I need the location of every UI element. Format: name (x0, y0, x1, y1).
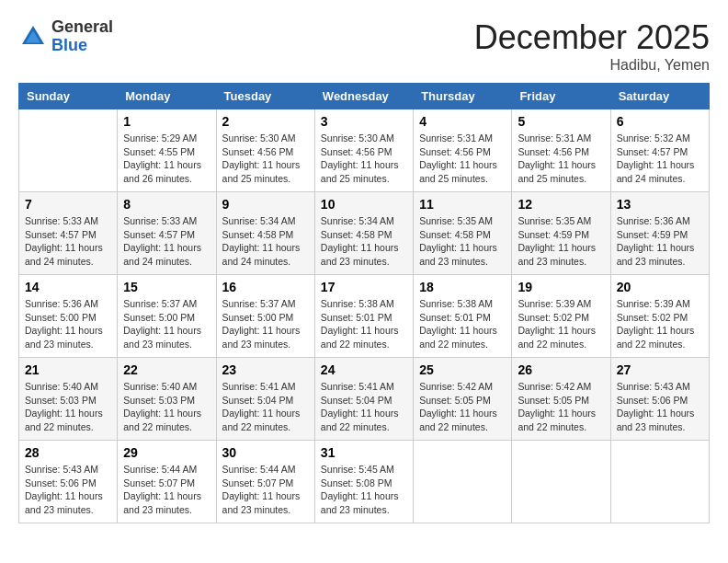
day-info: Sunrise: 5:31 AMSunset: 4:56 PMDaylight:… (518, 132, 604, 186)
col-friday: Friday (512, 84, 610, 109)
calendar-week-row: 14Sunrise: 5:36 AMSunset: 5:00 PMDayligh… (19, 275, 710, 358)
day-number: 30 (222, 445, 309, 460)
col-thursday: Thursday (414, 84, 512, 109)
day-info: Sunrise: 5:29 AMSunset: 4:55 PMDaylight:… (123, 132, 210, 186)
calendar-cell: 19Sunrise: 5:39 AMSunset: 5:02 PMDayligh… (512, 275, 610, 358)
calendar-cell: 25Sunrise: 5:42 AMSunset: 5:05 PMDayligh… (414, 358, 512, 441)
day-number: 20 (617, 280, 703, 294)
title-block: December 2025 Hadibu, Yemen (474, 18, 710, 74)
calendar-cell (19, 109, 118, 192)
day-info: Sunrise: 5:30 AMSunset: 4:56 PMDaylight:… (222, 132, 309, 186)
col-wednesday: Wednesday (314, 84, 413, 109)
day-number: 1 (123, 114, 210, 129)
logo: General Blue (18, 18, 113, 55)
day-info: Sunrise: 5:38 AMSunset: 5:01 PMDaylight:… (321, 297, 407, 351)
day-number: 14 (25, 280, 111, 294)
calendar-cell: 26Sunrise: 5:42 AMSunset: 5:05 PMDayligh… (512, 358, 610, 441)
day-info: Sunrise: 5:31 AMSunset: 4:56 PMDaylight:… (419, 132, 506, 186)
day-number: 10 (321, 197, 407, 212)
calendar-cell: 28Sunrise: 5:43 AMSunset: 5:06 PMDayligh… (19, 441, 118, 523)
day-info: Sunrise: 5:36 AMSunset: 5:00 PMDaylight:… (25, 297, 111, 351)
calendar-cell: 10Sunrise: 5:34 AMSunset: 4:58 PMDayligh… (314, 192, 413, 275)
day-number: 28 (25, 445, 111, 460)
day-number: 7 (25, 197, 111, 212)
day-number: 17 (321, 280, 407, 294)
calendar-cell: 6Sunrise: 5:32 AMSunset: 4:57 PMDaylight… (610, 109, 709, 192)
day-info: Sunrise: 5:32 AMSunset: 4:57 PMDaylight:… (617, 132, 703, 186)
day-info: Sunrise: 5:43 AMSunset: 5:06 PMDaylight:… (617, 380, 703, 434)
month-title: December 2025 (474, 18, 710, 57)
calendar-cell: 23Sunrise: 5:41 AMSunset: 5:04 PMDayligh… (216, 358, 314, 441)
day-info: Sunrise: 5:37 AMSunset: 5:00 PMDaylight:… (222, 297, 309, 351)
calendar-cell: 30Sunrise: 5:44 AMSunset: 5:07 PMDayligh… (216, 441, 314, 523)
calendar-cell: 27Sunrise: 5:43 AMSunset: 5:06 PMDayligh… (610, 358, 709, 441)
calendar-cell: 31Sunrise: 5:45 AMSunset: 5:08 PMDayligh… (314, 441, 413, 523)
day-info: Sunrise: 5:40 AMSunset: 5:03 PMDaylight:… (123, 380, 210, 434)
day-number: 9 (222, 197, 309, 212)
day-info: Sunrise: 5:37 AMSunset: 5:00 PMDaylight:… (123, 297, 210, 351)
day-info: Sunrise: 5:41 AMSunset: 5:04 PMDaylight:… (321, 380, 407, 434)
calendar-cell: 11Sunrise: 5:35 AMSunset: 4:58 PMDayligh… (414, 192, 512, 275)
page-container: General Blue December 2025 Hadibu, Yemen… (18, 18, 710, 523)
day-number: 11 (419, 197, 506, 212)
calendar-cell: 12Sunrise: 5:35 AMSunset: 4:59 PMDayligh… (512, 192, 610, 275)
day-info: Sunrise: 5:38 AMSunset: 5:01 PMDaylight:… (419, 297, 506, 351)
day-info: Sunrise: 5:39 AMSunset: 5:02 PMDaylight:… (617, 297, 703, 351)
day-number: 16 (222, 280, 309, 294)
day-info: Sunrise: 5:42 AMSunset: 5:05 PMDaylight:… (518, 380, 604, 434)
day-number: 18 (419, 280, 506, 294)
day-info: Sunrise: 5:36 AMSunset: 4:59 PMDaylight:… (617, 214, 703, 269)
calendar-cell: 22Sunrise: 5:40 AMSunset: 5:03 PMDayligh… (118, 358, 216, 441)
logo-blue-text: Blue (51, 36, 87, 54)
day-number: 5 (518, 114, 604, 129)
calendar-cell: 1Sunrise: 5:29 AMSunset: 4:55 PMDaylight… (118, 109, 216, 192)
calendar-cell: 24Sunrise: 5:41 AMSunset: 5:04 PMDayligh… (314, 358, 413, 441)
day-number: 22 (123, 362, 210, 377)
day-info: Sunrise: 5:30 AMSunset: 4:56 PMDaylight:… (321, 132, 407, 186)
header: General Blue December 2025 Hadibu, Yemen (18, 18, 710, 74)
day-number: 29 (123, 445, 210, 460)
calendar-cell: 29Sunrise: 5:44 AMSunset: 5:07 PMDayligh… (118, 441, 216, 523)
day-number: 31 (321, 445, 407, 460)
day-info: Sunrise: 5:44 AMSunset: 5:07 PMDaylight:… (222, 463, 309, 517)
calendar-cell: 20Sunrise: 5:39 AMSunset: 5:02 PMDayligh… (610, 275, 709, 358)
calendar-cell: 18Sunrise: 5:38 AMSunset: 5:01 PMDayligh… (414, 275, 512, 358)
day-number: 24 (321, 362, 407, 377)
calendar-cell: 15Sunrise: 5:37 AMSunset: 5:00 PMDayligh… (118, 275, 216, 358)
calendar-cell: 4Sunrise: 5:31 AMSunset: 4:56 PMDaylight… (414, 109, 512, 192)
col-saturday: Saturday (610, 84, 709, 109)
calendar-cell: 7Sunrise: 5:33 AMSunset: 4:57 PMDaylight… (19, 192, 118, 275)
day-info: Sunrise: 5:33 AMSunset: 4:57 PMDaylight:… (123, 214, 210, 269)
day-info: Sunrise: 5:34 AMSunset: 4:58 PMDaylight:… (321, 214, 407, 269)
calendar-body: 1Sunrise: 5:29 AMSunset: 4:55 PMDaylight… (19, 109, 710, 523)
calendar-week-row: 21Sunrise: 5:40 AMSunset: 5:03 PMDayligh… (19, 358, 710, 441)
day-info: Sunrise: 5:42 AMSunset: 5:05 PMDaylight:… (419, 380, 506, 434)
day-info: Sunrise: 5:39 AMSunset: 5:02 PMDaylight:… (518, 297, 604, 351)
day-number: 15 (123, 280, 210, 294)
logo-icon (18, 22, 48, 52)
calendar-week-row: 1Sunrise: 5:29 AMSunset: 4:55 PMDaylight… (19, 109, 710, 192)
col-sunday: Sunday (19, 84, 118, 109)
calendar-cell (414, 441, 512, 523)
day-info: Sunrise: 5:34 AMSunset: 4:58 PMDaylight:… (222, 214, 309, 269)
day-number: 25 (419, 362, 506, 377)
day-number: 13 (617, 197, 703, 212)
day-number: 19 (518, 280, 604, 294)
calendar-cell: 13Sunrise: 5:36 AMSunset: 4:59 PMDayligh… (610, 192, 709, 275)
calendar-cell (512, 441, 610, 523)
calendar-cell: 21Sunrise: 5:40 AMSunset: 5:03 PMDayligh… (19, 358, 118, 441)
day-info: Sunrise: 5:44 AMSunset: 5:07 PMDaylight:… (123, 463, 210, 517)
col-monday: Monday (118, 84, 216, 109)
day-number: 2 (222, 114, 309, 129)
day-number: 8 (123, 197, 210, 212)
day-number: 26 (518, 362, 604, 377)
day-info: Sunrise: 5:35 AMSunset: 4:58 PMDaylight:… (419, 214, 506, 269)
calendar-cell: 14Sunrise: 5:36 AMSunset: 5:00 PMDayligh… (19, 275, 118, 358)
day-number: 4 (419, 114, 506, 129)
day-number: 3 (321, 114, 407, 129)
calendar-week-row: 28Sunrise: 5:43 AMSunset: 5:06 PMDayligh… (19, 441, 710, 523)
day-number: 6 (617, 114, 703, 129)
calendar-cell: 2Sunrise: 5:30 AMSunset: 4:56 PMDaylight… (216, 109, 314, 192)
day-info: Sunrise: 5:33 AMSunset: 4:57 PMDaylight:… (25, 214, 111, 269)
calendar-cell (610, 441, 709, 523)
